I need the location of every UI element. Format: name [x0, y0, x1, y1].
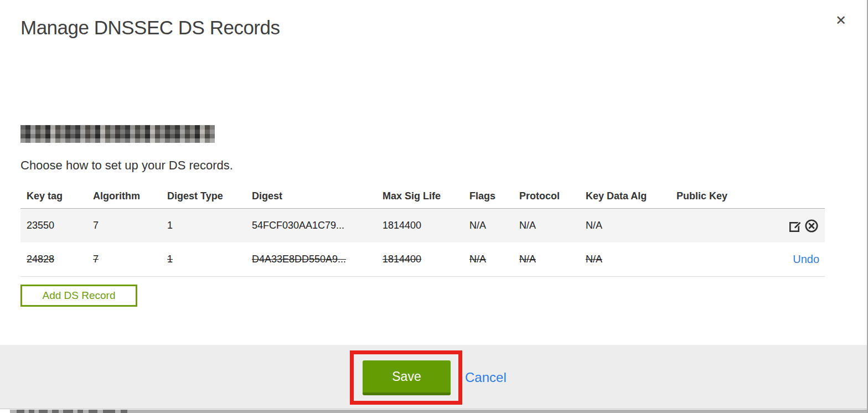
cell-protocol: N/A [513, 254, 580, 265]
redacted-domain-name [20, 125, 215, 143]
cancel-link[interactable]: Cancel [465, 370, 507, 385]
column-header-algorithm: Algorithm [87, 190, 161, 202]
background-page-edge [10, 410, 867, 413]
column-header-digest: Digest [246, 190, 376, 202]
cell-max-sig-life: 1814400 [376, 220, 463, 231]
cell-protocol: N/A [513, 220, 580, 231]
cell-algorithm: 7 [87, 254, 161, 265]
cell-max-sig-life: 1814400 [376, 254, 463, 265]
table-row: 23550 7 1 54FCF030AA1C79... 1814400 N/A … [20, 208, 825, 242]
cell-key-data-alg: N/A [580, 254, 670, 265]
cell-digest: 54FCF030AA1C79... [246, 220, 376, 231]
column-header-max-sig-life: Max Sig Life [376, 190, 463, 202]
instruction-text: Choose how to set up your DS records. [20, 158, 233, 173]
table-header-row: Key tag Algorithm Digest Type Digest Max… [20, 184, 825, 208]
table-row-deleted: 24828 7 1 D4A33E8DD550A9... 1814400 N/A … [20, 242, 825, 277]
close-icon: ✕ [835, 14, 846, 27]
ds-records-table: Key tag Algorithm Digest Type Digest Max… [20, 184, 825, 277]
edit-icon [787, 218, 803, 234]
cell-flags: N/A [463, 254, 513, 265]
cell-digest-type: 1 [161, 254, 246, 265]
cell-key-tag: 23550 [20, 220, 87, 231]
undo-link[interactable]: Undo [793, 253, 819, 266]
column-header-key-data-alg: Key Data Alg [580, 190, 670, 202]
cell-key-tag: 24828 [20, 254, 87, 265]
row-actions: Undo [748, 253, 825, 266]
cell-digest: D4A33E8DD550A9... [246, 254, 376, 265]
save-button-label: Save [392, 369, 421, 384]
cell-digest-type: 1 [161, 220, 246, 231]
page-title: Manage DNSSEC DS Records [20, 17, 280, 39]
cell-flags: N/A [463, 220, 513, 231]
cell-key-data-alg: N/A [580, 220, 670, 231]
column-header-digest-type: Digest Type [161, 190, 246, 202]
column-header-flags: Flags [463, 190, 513, 202]
row-actions [748, 218, 825, 234]
column-header-key-tag: Key tag [20, 190, 87, 202]
add-ds-record-button[interactable]: Add DS Record [20, 285, 137, 307]
add-ds-record-label: Add DS Record [42, 290, 115, 302]
cell-algorithm: 7 [87, 220, 161, 231]
column-header-public-key: Public Key [670, 190, 748, 202]
delete-icon [804, 218, 819, 234]
save-button[interactable]: Save [363, 360, 451, 395]
delete-record-button[interactable] [803, 218, 819, 234]
column-header-protocol: Protocol [513, 190, 580, 202]
close-button[interactable]: ✕ [831, 11, 850, 30]
dialog-footer: Save Cancel [0, 345, 868, 409]
dnssec-dialog: Manage DNSSEC DS Records ✕ Choose how to… [0, 0, 868, 413]
page-behind-modal-strip [0, 409, 868, 413]
edit-record-button[interactable] [787, 218, 803, 234]
